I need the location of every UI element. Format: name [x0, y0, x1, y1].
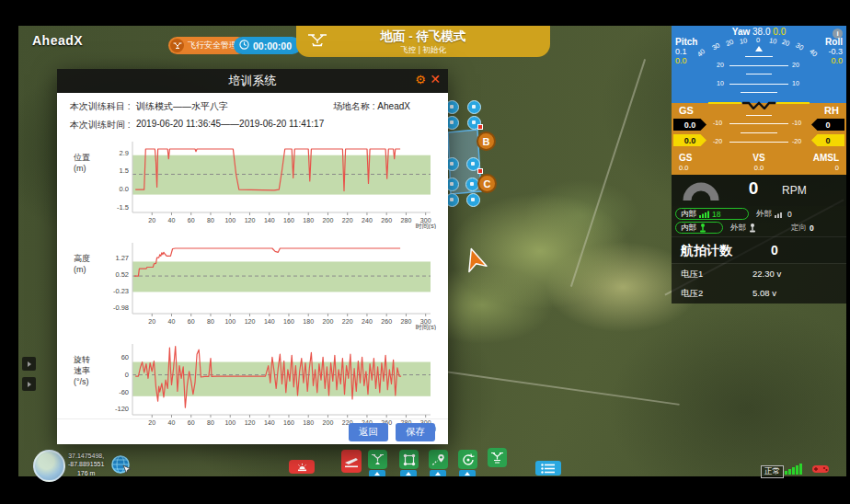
close-icon[interactable]: ✕	[430, 72, 441, 86]
svg-text:160: 160	[283, 318, 294, 325]
svg-text:80: 80	[207, 318, 214, 325]
svg-text:-0.23: -0.23	[113, 287, 129, 295]
longitude-value: -87.8891551	[68, 460, 104, 468]
svg-text:0.0: 0.0	[120, 185, 129, 193]
subject-value: 训练模式——水平八字	[136, 101, 228, 111]
orbit-icon	[462, 453, 475, 466]
altitude-value: 176 m	[68, 469, 104, 477]
minimap-globe[interactable]	[33, 450, 65, 482]
waypoint-flag-marker[interactable]	[477, 168, 483, 174]
position-chart: 位置(m) 2.91.50.0-1.5204060801001201401601…	[64, 137, 438, 233]
orbit-button[interactable]	[458, 450, 477, 469]
screen: AheadX 飞行安全管理 00:00:00 地面 - 待飞模式 飞控 | 初始…	[0, 0, 850, 504]
marker-c[interactable]: C	[477, 174, 497, 193]
ladder-label: 20	[792, 62, 799, 68]
marker-b[interactable]: B	[477, 132, 496, 151]
svg-text:220: 220	[342, 217, 353, 223]
route-pin-icon	[431, 453, 445, 466]
latitude-value: 37.1475498,	[68, 452, 104, 460]
svg-text:2.9: 2.9	[120, 149, 129, 157]
yaw-label: Yaw	[732, 27, 750, 37]
dialog-title: 培训系统	[229, 73, 277, 89]
amsl-label: AMSL	[813, 153, 839, 163]
locate-globe-button[interactable]	[110, 454, 134, 480]
rpm-panel: 0 RPM	[672, 175, 846, 206]
compass-tick: 30	[794, 40, 805, 52]
ladder-label: 10	[792, 80, 799, 86]
dialog-footer: 返回 保存	[57, 418, 448, 444]
photo-count-label: 航拍计数	[681, 243, 732, 259]
rh-value-box: 0	[811, 119, 844, 131]
svg-text:260: 260	[381, 318, 392, 325]
route-button[interactable]	[429, 450, 448, 469]
svg-text:120: 120	[245, 318, 256, 325]
signal-bars-icon	[775, 211, 785, 218]
subject-label: 本次训练科目 :	[70, 101, 131, 111]
compass-tick: 30	[710, 40, 721, 52]
compass-tick: 10	[739, 36, 748, 45]
photo-count-panel: 航拍计数 0	[672, 236, 846, 263]
svg-text:160: 160	[283, 217, 294, 223]
svg-text:-60: -60	[119, 388, 129, 396]
waypoint-flag-marker[interactable]	[477, 124, 483, 130]
svg-text:60: 60	[188, 318, 195, 325]
svg-text:120: 120	[245, 217, 256, 223]
amsl-value: 0	[813, 164, 839, 172]
svg-text:180: 180	[303, 318, 314, 325]
drone-hold-icon	[490, 452, 504, 464]
compass-tick: 20	[725, 38, 735, 48]
pitch-value: 0.1	[675, 47, 697, 56]
roll-label: Roll	[825, 37, 843, 47]
takeoff-button[interactable]	[368, 450, 387, 469]
heading-mode-label: 定向	[791, 223, 807, 234]
svg-text:60: 60	[121, 353, 129, 361]
flight-mode-banner[interactable]: 地面 - 待飞模式 飞控 | 初始化	[296, 26, 550, 57]
waypoint-marker[interactable]	[467, 100, 481, 114]
voltage1-label: 电压1	[681, 269, 703, 281]
signal-bars-icon	[699, 211, 709, 218]
compass-tick: 40	[808, 47, 819, 58]
svg-text:80: 80	[207, 217, 214, 223]
top-black-bar	[0, 0, 850, 26]
svg-text:-1.5: -1.5	[117, 203, 129, 212]
outer-link-label: 外部	[756, 209, 772, 220]
site-label: 场地名称 :	[333, 101, 375, 111]
coordinates-readout: 37.1475498, -87.8891551 176 m	[68, 452, 104, 477]
voltage2-row: 电压2 5.08 v	[672, 283, 846, 304]
safety-drone-icon	[170, 39, 184, 52]
photo-count-value: 0	[771, 243, 778, 258]
svg-text:60: 60	[188, 217, 195, 223]
svg-text:1.27: 1.27	[115, 254, 129, 262]
svg-text:时间(s): 时间(s)	[416, 223, 436, 229]
ladder-label: -20	[792, 138, 801, 144]
save-button[interactable]: 保存	[396, 423, 435, 441]
controller-icon	[811, 463, 830, 479]
back-button[interactable]: 返回	[349, 423, 388, 441]
svg-text:20: 20	[148, 318, 155, 325]
map-side-tool-button[interactable]	[22, 357, 36, 371]
heading-pointer-icon	[755, 46, 763, 52]
svg-text:40: 40	[168, 318, 176, 325]
timer-display[interactable]: 00:00:00	[234, 37, 301, 54]
attitude-indicator: Yaw 38.0 0.0 i Pitch 0.1 0.0 Roll -0.3 0…	[672, 26, 846, 175]
gear-icon[interactable]: ⚙	[415, 73, 426, 86]
compass-tick: 0	[756, 36, 760, 44]
chart-y-axis-title: 位置(m)	[64, 137, 105, 233]
drone-up-icon	[371, 453, 385, 465]
mission-area-button[interactable]	[399, 450, 419, 469]
return-land-button[interactable]	[341, 450, 362, 473]
mission-list-button[interactable]	[535, 461, 561, 475]
ladder-label: 10	[717, 80, 724, 86]
heading-mode-value: 0	[810, 223, 814, 233]
map-side-tool-button[interactable]	[22, 377, 36, 391]
joystick-icon	[749, 223, 756, 233]
compass-tick: 20	[781, 38, 791, 48]
chart-plot-area: 2.91.50.0-1.5204060801001201401601802002…	[105, 137, 438, 233]
ladder-label: -20	[713, 138, 722, 144]
waypoint-marker[interactable]	[466, 193, 480, 207]
left-black-bar	[0, 0, 18, 504]
alarm-button[interactable]	[289, 460, 315, 474]
joystick-icon	[699, 223, 706, 233]
hover-button[interactable]	[488, 448, 507, 467]
rpm-gauge-icon	[683, 181, 719, 201]
